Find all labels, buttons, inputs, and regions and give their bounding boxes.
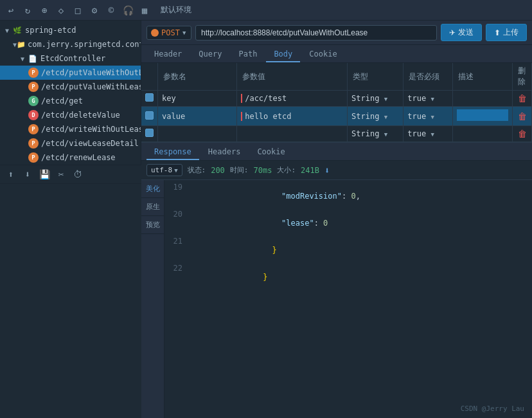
row2-check-cell[interactable]: [141, 107, 158, 126]
code-line-22: 22 }: [164, 264, 532, 291]
endpoint-1[interactable]: P /etcd/putValueWithLease: [0, 80, 141, 94]
row2-value-cell[interactable]: hello etcd: [237, 107, 348, 126]
download-response-icon[interactable]: ⬇: [324, 165, 330, 176]
tree-package[interactable]: ▼ 📁 com.jerry.springetcd.controller: [0, 37, 141, 51]
row2-checkbox[interactable]: [145, 111, 154, 120]
encoding-label: utf-8: [151, 166, 172, 174]
shape-icon[interactable]: ◇: [55, 5, 67, 16]
row2-value: hello etcd: [241, 112, 291, 121]
row3-name-cell[interactable]: [158, 126, 237, 142]
th-desc: 描述: [453, 63, 513, 91]
tab-path[interactable]: Path: [231, 47, 265, 62]
brace-close-1: }: [272, 246, 277, 255]
row3-checkbox[interactable]: [145, 129, 154, 137]
copyright-icon[interactable]: ©: [105, 5, 117, 16]
download-action-icon[interactable]: ⬇: [22, 168, 33, 180]
row3-type-cell[interactable]: String ▼: [348, 126, 403, 142]
back-icon[interactable]: ↩: [5, 5, 17, 16]
endpoint-path-5: /etcd/viewLeaseDetail: [41, 139, 139, 148]
tab-header[interactable]: Header: [146, 47, 190, 62]
tab-query[interactable]: Query: [191, 47, 229, 62]
method-label: POST: [161, 28, 180, 37]
view-mode-raw[interactable]: 原生: [141, 198, 164, 216]
endpoint-4[interactable]: P /etcd/writeWithOutLease: [0, 122, 141, 136]
endpoint-3[interactable]: D /etcd/deleteValue: [0, 108, 141, 122]
row2-delete-icon[interactable]: 🗑: [518, 111, 527, 122]
response-tab-headers[interactable]: Headers: [200, 145, 249, 160]
code-line-20: 20 "lease": 0: [164, 210, 532, 237]
row1-checkbox[interactable]: [145, 93, 154, 102]
refresh-icon[interactable]: ↻: [22, 5, 33, 16]
endpoint-0[interactable]: P /etcd/putValueWithOutLease: [0, 66, 141, 80]
row3-value-cell[interactable]: [237, 126, 348, 142]
view-mode-preview[interactable]: 预览: [141, 216, 164, 234]
window-icon[interactable]: □: [72, 5, 84, 16]
tree-controller[interactable]: ▼ 📄 EtcdController: [0, 51, 141, 66]
response-tab-bar: Response Headers Cookie: [141, 143, 532, 161]
row3-req-cell[interactable]: true ▼: [403, 126, 453, 142]
grid-icon[interactable]: ▦: [139, 5, 150, 16]
response-body: 美化 原生 预览 19 "modRevision": 0,: [141, 180, 532, 418]
row1-value-cell[interactable]: /acc/test: [237, 91, 348, 107]
row2-name-cell[interactable]: value: [158, 107, 237, 126]
row2-desc-cell[interactable]: [453, 107, 513, 126]
tree-root[interactable]: ▼ 🌿 spring-etcd: [0, 23, 141, 37]
row2-req-arrow[interactable]: ▼: [430, 114, 434, 120]
headphones-icon[interactable]: 🎧: [122, 5, 134, 16]
response-tab-cookie[interactable]: Cookie: [249, 145, 292, 160]
status-label: 状态:: [188, 165, 206, 175]
cut-action-icon[interactable]: ✂: [55, 168, 67, 180]
row3-check-cell[interactable]: [141, 126, 158, 142]
send-button[interactable]: ✈ 发送: [441, 24, 482, 41]
row2-req-cell[interactable]: true ▼: [403, 107, 453, 126]
row1-req-arrow[interactable]: ▼: [430, 96, 434, 102]
send-icon: ✈: [449, 28, 456, 37]
code-view: 19 "modRevision": 0, 20 "lease": 0: [164, 180, 532, 418]
method-select[interactable]: POST ▼: [146, 26, 191, 40]
upload-action-icon[interactable]: ⬆: [5, 168, 17, 180]
row2-type-cell[interactable]: String ▼: [348, 107, 403, 126]
time-label: 时间:: [230, 165, 249, 175]
row3-req-arrow[interactable]: ▼: [430, 131, 434, 138]
brace-close-2: }: [263, 273, 267, 282]
file-tree: ▼ 🌿 spring-etcd ▼ 📁 com.jerry.springetcd…: [0, 21, 141, 165]
row3-delete-icon[interactable]: 🗑: [518, 129, 527, 139]
view-mode-pretty[interactable]: 美化: [141, 180, 164, 198]
endpoint-6[interactable]: P /etcd/renewLease: [0, 150, 141, 165]
row2-type-arrow[interactable]: ▼: [384, 114, 387, 120]
status-value: 200: [211, 166, 225, 175]
encoding-select[interactable]: utf-8 ▼: [146, 164, 182, 176]
save-action-icon[interactable]: 💾: [39, 168, 50, 180]
tab-body[interactable]: Body: [266, 47, 300, 62]
row3-desc-cell[interactable]: [453, 126, 513, 142]
sidebar-actions: ⬆ ⬇ 💾 ✂ ⏱: [0, 165, 141, 184]
add-icon[interactable]: ⊕: [39, 5, 50, 16]
upload-button[interactable]: ⬆ 上传: [486, 24, 527, 41]
endpoint-path-6: /etcd/renewLease: [41, 153, 116, 162]
timer-action-icon[interactable]: ⏱: [72, 168, 84, 180]
row1-type-arrow[interactable]: ▼: [384, 96, 387, 102]
row1-delete-cell[interactable]: 🗑: [513, 91, 532, 107]
tab-cookie[interactable]: Cookie: [301, 47, 344, 62]
row1-req-cell[interactable]: true ▼: [403, 91, 453, 107]
row3-delete-cell[interactable]: 🗑: [513, 126, 532, 142]
row1-check-cell[interactable]: [141, 91, 158, 107]
row1-name-cell[interactable]: key: [158, 91, 237, 107]
row1-type-cell[interactable]: String ▼: [348, 91, 403, 107]
row1-req: true: [407, 94, 426, 103]
encoding-arrow[interactable]: ▼: [174, 167, 177, 174]
row1-delete-icon[interactable]: 🗑: [518, 93, 527, 104]
response-tab-response[interactable]: Response: [146, 145, 199, 160]
badge-post-6: P: [28, 152, 39, 163]
row1-desc-cell[interactable]: [453, 91, 513, 107]
settings-icon[interactable]: ⚙: [89, 5, 100, 16]
row2-name: value: [162, 112, 185, 121]
row3-type-arrow[interactable]: ▼: [384, 131, 387, 138]
endpoint-2[interactable]: G /etcd/get: [0, 94, 141, 108]
badge-post-1: P: [28, 82, 39, 92]
row2-delete-cell[interactable]: 🗑: [513, 107, 532, 126]
url-input[interactable]: [195, 25, 437, 41]
th-param-name: 参数名: [158, 63, 237, 91]
endpoint-5[interactable]: P /etcd/viewLeaseDetail: [0, 136, 141, 150]
package-folder-icon: 📁: [17, 41, 26, 48]
